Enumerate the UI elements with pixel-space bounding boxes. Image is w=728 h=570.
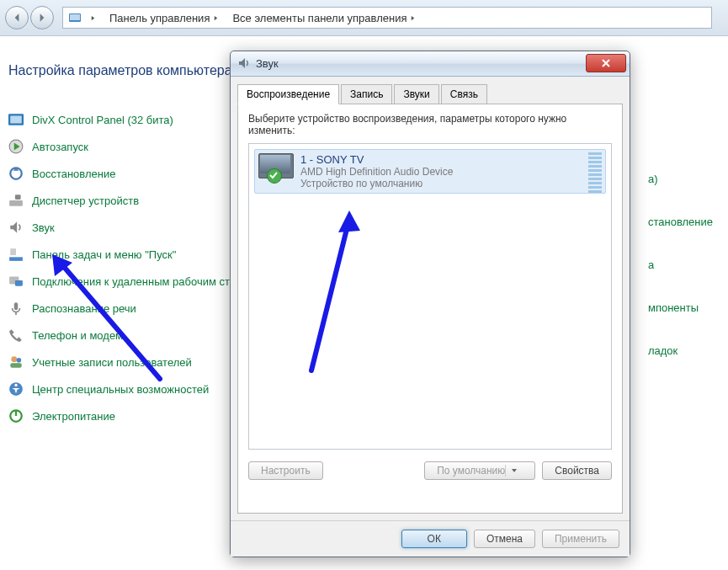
dialog-footer: ОК Отмена Применить xyxy=(231,520,630,557)
cp-item-label: Звук xyxy=(32,221,55,234)
svg-point-17 xyxy=(17,358,22,363)
set-default-button[interactable]: По умолчанию xyxy=(424,461,535,480)
svg-rect-1 xyxy=(70,14,80,20)
device-item[interactable]: 1 - SONY TV AMD High Definition Audio De… xyxy=(254,149,606,194)
level-meter-icon xyxy=(588,152,602,194)
svg-rect-13 xyxy=(15,280,23,286)
speech-icon xyxy=(8,301,24,316)
svg-point-20 xyxy=(14,384,17,386)
device-subtitle: AMD High Definition Audio Device xyxy=(300,166,453,178)
cp-item-label: Учетные записи пользователей xyxy=(32,356,192,369)
ok-button[interactable]: ОК xyxy=(401,530,467,548)
close-button[interactable] xyxy=(586,54,626,72)
fragment: ладок xyxy=(648,344,713,357)
svg-rect-3 xyxy=(10,116,22,124)
tab-recording[interactable]: Запись xyxy=(341,84,392,104)
fragment: становление xyxy=(648,216,713,228)
fragment: а) xyxy=(648,173,713,185)
svg-point-16 xyxy=(11,356,17,362)
tab-body: Выберите устройство воспроизведения, пар… xyxy=(237,104,623,514)
cp-item-label: Диспетчер устройств xyxy=(32,194,139,207)
breadcrumb-label: Все элементы панели управления xyxy=(232,12,407,24)
svg-rect-8 xyxy=(15,194,21,200)
svg-rect-11 xyxy=(10,248,16,255)
tabs: Воспроизведение Запись Звуки Связь xyxy=(237,83,630,104)
users-icon xyxy=(8,354,24,370)
fragment: а xyxy=(648,258,713,271)
device-actions: Настроить По умолчанию Свойства xyxy=(248,461,612,480)
sound-icon xyxy=(8,220,24,235)
svg-rect-7 xyxy=(9,200,23,206)
accessibility-icon xyxy=(8,381,24,397)
button-label: По умолчанию xyxy=(437,465,505,477)
tab-description: Выберите устройство воспроизведения, пар… xyxy=(248,113,612,136)
breadcrumb-root[interactable] xyxy=(63,8,104,28)
tab-sounds[interactable]: Звуки xyxy=(394,84,438,104)
power-icon xyxy=(8,408,24,424)
recovery-icon xyxy=(8,166,24,181)
explorer-topbar: Панель управления Все элементы панели уп… xyxy=(0,0,728,36)
sound-dialog: Звук Воспроизведение Запись Звуки Связь … xyxy=(230,51,630,557)
control-panel-icon xyxy=(68,11,82,24)
back-button[interactable] xyxy=(5,6,29,29)
taskbar-icon xyxy=(8,247,24,262)
svg-rect-14 xyxy=(14,302,19,310)
cp-item-label: Панель задач и меню "Пуск" xyxy=(32,248,176,261)
device-manager-icon xyxy=(8,193,24,208)
breadcrumb-segment[interactable]: Все элементы панели управления xyxy=(227,8,424,28)
sound-icon xyxy=(237,56,251,70)
autoplay-icon xyxy=(8,139,24,154)
svg-rect-10 xyxy=(9,257,23,261)
breadcrumb-label: Панель управления xyxy=(109,12,210,24)
device-info: 1 - SONY TV AMD High Definition Audio De… xyxy=(300,153,453,189)
cp-right-column-fragments: а) становление а мпоненты ладок xyxy=(648,173,713,387)
cp-item-label: Телефон и модем xyxy=(32,329,123,342)
device-list[interactable]: 1 - SONY TV AMD High Definition Audio De… xyxy=(248,143,612,450)
tab-playback[interactable]: Воспроизведение xyxy=(237,84,339,104)
forward-button[interactable] xyxy=(30,6,54,29)
phone-icon xyxy=(8,328,24,343)
cp-item-label: Электропитание xyxy=(32,410,115,423)
svg-marker-23 xyxy=(239,58,245,68)
default-check-icon xyxy=(267,168,282,184)
breadcrumb-segment[interactable]: Панель управления xyxy=(104,8,227,28)
divx-icon xyxy=(8,112,24,127)
nav-buttons xyxy=(5,6,56,29)
cancel-button[interactable]: Отмена xyxy=(474,530,535,548)
cp-item-label: Подключения к удаленным рабочим столам xyxy=(32,275,256,288)
svg-rect-18 xyxy=(10,363,22,368)
tv-icon xyxy=(258,153,292,180)
cp-item-label: Автозапуск xyxy=(32,141,88,153)
svg-marker-9 xyxy=(10,221,17,233)
dropdown-arrow-icon[interactable] xyxy=(505,465,523,477)
properties-button[interactable]: Свойства xyxy=(542,461,612,480)
remote-icon xyxy=(8,274,24,289)
cp-item-label: DivX Control Panel (32 бита) xyxy=(32,114,173,126)
device-name: 1 - SONY TV xyxy=(300,153,453,166)
cp-item-label: Распознавание речи xyxy=(32,302,136,315)
cp-item-label: Восстановление xyxy=(32,168,115,180)
apply-button[interactable]: Применить xyxy=(542,530,619,548)
dialog-title: Звук xyxy=(256,57,586,70)
address-bar[interactable]: Панель управления Все элементы панели уп… xyxy=(62,7,712,29)
dialog-titlebar[interactable]: Звук xyxy=(231,51,630,77)
fragment: мпоненты xyxy=(648,301,713,314)
close-icon xyxy=(602,59,610,67)
device-status: Устройство по умолчанию xyxy=(300,178,453,189)
cp-item-label: Центр специальных возможностей xyxy=(32,383,209,396)
configure-button[interactable]: Настроить xyxy=(248,461,323,480)
tab-communications[interactable]: Связь xyxy=(441,84,487,104)
